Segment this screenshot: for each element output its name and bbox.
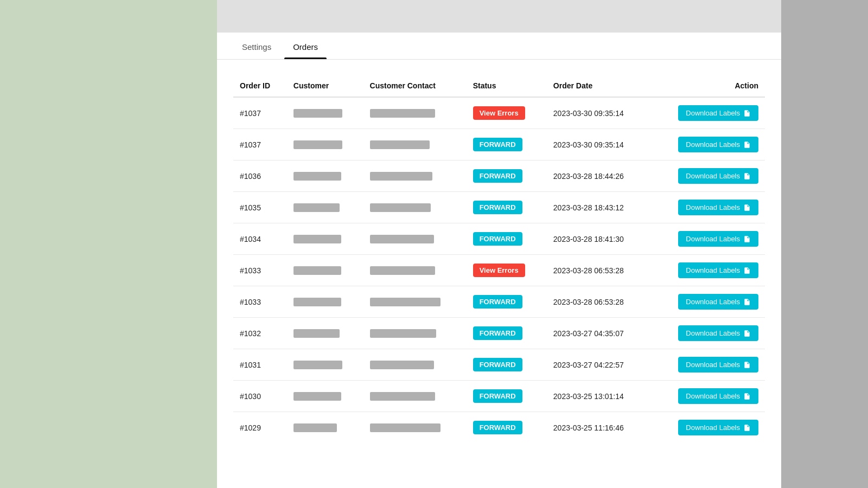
order-date-cell: 2023-03-28 06:53:28: [547, 286, 650, 318]
download-labels-button[interactable]: Download Labels: [678, 388, 758, 404]
contact-cell: [363, 255, 467, 286]
contact-cell: [363, 412, 467, 444]
contact-cell: [363, 192, 467, 223]
action-cell: Download Labels: [650, 381, 765, 412]
order-id-cell: #1033: [233, 286, 287, 318]
action-cell: Download Labels: [650, 160, 765, 192]
main-container: Settings Orders Order ID Customer Custom…: [217, 0, 781, 488]
contact-cell: [363, 129, 467, 160]
action-cell: Download Labels: [650, 192, 765, 223]
customer-redacted: [293, 361, 342, 369]
download-labels-button[interactable]: Download Labels: [678, 168, 758, 184]
table-row: #1030FORWARD2023-03-25 13:01:14Download …: [233, 381, 765, 412]
customer-redacted: [293, 140, 342, 149]
contact-cell: [363, 160, 467, 192]
status-badge: FORWARD: [473, 389, 522, 403]
order-date-cell: 2023-03-27 04:22:57: [547, 349, 650, 381]
download-labels-button[interactable]: Download Labels: [678, 200, 758, 215]
action-cell: Download Labels: [650, 129, 765, 160]
order-id-cell: #1036: [233, 160, 287, 192]
order-id-cell: #1032: [233, 318, 287, 349]
status-badge[interactable]: View Errors: [473, 264, 525, 277]
customer-redacted: [293, 298, 341, 306]
tab-bar: Settings Orders: [217, 33, 781, 60]
status-badge[interactable]: View Errors: [473, 106, 525, 120]
contact-redacted: [370, 140, 430, 149]
customer-cell: [287, 318, 363, 349]
order-date-cell: 2023-03-25 11:16:46: [547, 412, 650, 444]
table-row: #1033FORWARD2023-03-28 06:53:28Download …: [233, 286, 765, 318]
contact-redacted: [370, 392, 435, 401]
contact-redacted: [370, 203, 431, 212]
table-row: #1031FORWARD2023-03-27 04:22:57Download …: [233, 349, 765, 381]
status-badge: FORWARD: [473, 326, 522, 340]
status-badge: FORWARD: [473, 169, 522, 183]
status-cell: View Errors: [467, 255, 547, 286]
contact-cell: [363, 349, 467, 381]
contact-cell: [363, 97, 467, 129]
download-labels-button[interactable]: Download Labels: [678, 294, 758, 310]
order-date-cell: 2023-03-28 18:43:12: [547, 192, 650, 223]
action-cell: Download Labels: [650, 97, 765, 129]
order-id-cell: #1037: [233, 129, 287, 160]
tab-settings[interactable]: Settings: [233, 33, 280, 59]
customer-cell: [287, 412, 363, 444]
order-id-cell: #1034: [233, 223, 287, 255]
action-cell: Download Labels: [650, 349, 765, 381]
download-labels-button[interactable]: Download Labels: [678, 357, 758, 373]
status-badge: FORWARD: [473, 295, 522, 309]
download-labels-button[interactable]: Download Labels: [678, 325, 758, 341]
contact-redacted: [370, 235, 434, 243]
table-row: #1032FORWARD2023-03-27 04:35:07Download …: [233, 318, 765, 349]
table-row: #1029FORWARD2023-03-25 11:16:46Download …: [233, 412, 765, 444]
action-cell: Download Labels: [650, 255, 765, 286]
download-labels-button[interactable]: Download Labels: [678, 262, 758, 278]
action-cell: Download Labels: [650, 412, 765, 444]
status-cell: FORWARD: [467, 286, 547, 318]
download-labels-button[interactable]: Download Labels: [678, 137, 758, 152]
customer-cell: [287, 192, 363, 223]
contact-cell: [363, 286, 467, 318]
customer-redacted: [293, 329, 340, 338]
action-cell: Download Labels: [650, 223, 765, 255]
customer-redacted: [293, 109, 342, 118]
col-status: Status: [467, 76, 547, 97]
table-row: #1034FORWARD2023-03-28 18:41:30Download …: [233, 223, 765, 255]
customer-cell: [287, 223, 363, 255]
order-id-cell: #1030: [233, 381, 287, 412]
customer-cell: [287, 129, 363, 160]
col-action: Action: [650, 76, 765, 97]
right-panel: [781, 0, 868, 488]
download-labels-button[interactable]: Download Labels: [678, 105, 758, 121]
table-row: #1033View Errors2023-03-28 06:53:28Downl…: [233, 255, 765, 286]
contact-redacted: [370, 423, 441, 432]
status-cell: FORWARD: [467, 192, 547, 223]
order-date-cell: 2023-03-27 04:35:07: [547, 318, 650, 349]
status-cell: FORWARD: [467, 160, 547, 192]
download-labels-button[interactable]: Download Labels: [678, 231, 758, 247]
order-date-cell: 2023-03-28 18:41:30: [547, 223, 650, 255]
contact-redacted: [370, 298, 441, 306]
customer-cell: [287, 97, 363, 129]
table-row: #1035FORWARD2023-03-28 18:43:12Download …: [233, 192, 765, 223]
order-id-cell: #1037: [233, 97, 287, 129]
contact-cell: [363, 381, 467, 412]
order-date-cell: 2023-03-30 09:35:14: [547, 129, 650, 160]
download-labels-button[interactable]: Download Labels: [678, 420, 758, 435]
status-cell: FORWARD: [467, 412, 547, 444]
customer-redacted: [293, 266, 341, 275]
status-cell: FORWARD: [467, 129, 547, 160]
customer-cell: [287, 255, 363, 286]
order-id-cell: #1035: [233, 192, 287, 223]
order-id-cell: #1031: [233, 349, 287, 381]
order-id-cell: #1033: [233, 255, 287, 286]
tab-orders[interactable]: Orders: [284, 33, 327, 59]
order-date-cell: 2023-03-25 13:01:14: [547, 381, 650, 412]
customer-cell: [287, 349, 363, 381]
customer-redacted: [293, 172, 341, 181]
col-contact: Customer Contact: [363, 76, 467, 97]
status-cell: FORWARD: [467, 223, 547, 255]
customer-redacted: [293, 423, 337, 432]
status-cell: View Errors: [467, 97, 547, 129]
status-badge: FORWARD: [473, 201, 522, 214]
